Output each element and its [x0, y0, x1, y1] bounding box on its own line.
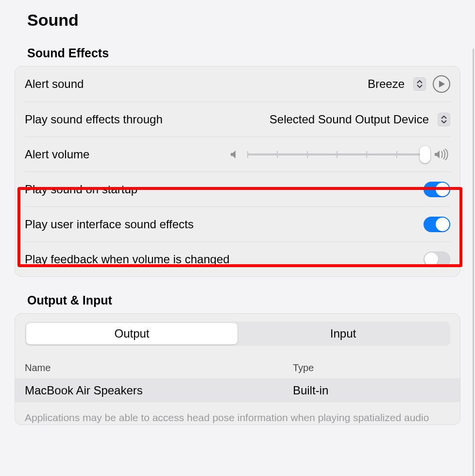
- scrollbar[interactable]: [473, 49, 474, 476]
- play-through-popup[interactable]: [438, 113, 450, 126]
- label-alert-volume: Alert volume: [25, 148, 229, 161]
- row-ui-effects: Play user interface sound effects: [25, 206, 450, 241]
- chevron-up-icon: [417, 80, 423, 84]
- play-icon: [439, 80, 445, 88]
- section-heading-sound-effects: Sound Effects: [27, 46, 460, 60]
- chevron-down-icon: [441, 119, 447, 123]
- toggle-ui-effects[interactable]: [424, 217, 450, 232]
- footnote: Applications may be able to access head …: [25, 402, 450, 425]
- row-play-through: Play sound effects through Selected Soun…: [25, 102, 450, 136]
- alert-volume-slider[interactable]: [247, 147, 427, 162]
- label-alert-sound: Alert sound: [25, 77, 368, 91]
- page-title: Sound: [27, 11, 460, 30]
- table-row[interactable]: MacBook Air Speakers Built-in: [15, 379, 460, 402]
- volume-high-icon: [434, 149, 450, 160]
- col-header-type: Type: [293, 362, 450, 374]
- row-alert-sound: Alert sound Breeze: [25, 67, 450, 102]
- table-header: Name Type: [15, 357, 460, 379]
- toggle-feedback[interactable]: [424, 252, 450, 267]
- alert-sound-popup[interactable]: [413, 77, 426, 91]
- output-input-card: Output Input Name Type MacBook Air Speak…: [15, 313, 460, 425]
- toggle-startup-sound[interactable]: [424, 182, 450, 197]
- device-type: Built-in: [293, 384, 450, 397]
- slider-thumb[interactable]: [420, 146, 430, 163]
- segmented-output-input: Output Input: [25, 322, 450, 346]
- label-play-through: Play sound effects through: [25, 113, 270, 126]
- play-through-value: Selected Sound Output Device: [270, 113, 429, 126]
- device-name: MacBook Air Speakers: [25, 384, 293, 397]
- label-startup-sound: Play sound on startup: [25, 183, 424, 196]
- row-feedback: Play feedback when volume is changed: [25, 241, 450, 276]
- device-table: Name Type MacBook Air Speakers Built-in: [15, 357, 460, 402]
- label-ui-effects: Play user interface sound effects: [25, 218, 424, 231]
- sound-effects-card: Alert sound Breeze Play sound effects th…: [15, 66, 460, 277]
- volume-low-icon: [229, 149, 240, 160]
- section-heading-output-input: Output & Input: [27, 293, 460, 307]
- chevron-down-icon: [417, 84, 423, 88]
- label-feedback: Play feedback when volume is changed: [25, 253, 424, 266]
- row-alert-volume: Alert volume: [25, 136, 450, 171]
- tab-input[interactable]: Input: [238, 323, 449, 344]
- chevron-up-icon: [441, 116, 447, 119]
- tab-output[interactable]: Output: [26, 323, 238, 344]
- row-startup-sound: Play sound on startup: [25, 171, 450, 206]
- col-header-name: Name: [25, 362, 293, 374]
- alert-sound-value: Breeze: [368, 77, 405, 91]
- play-alert-button[interactable]: [433, 75, 450, 93]
